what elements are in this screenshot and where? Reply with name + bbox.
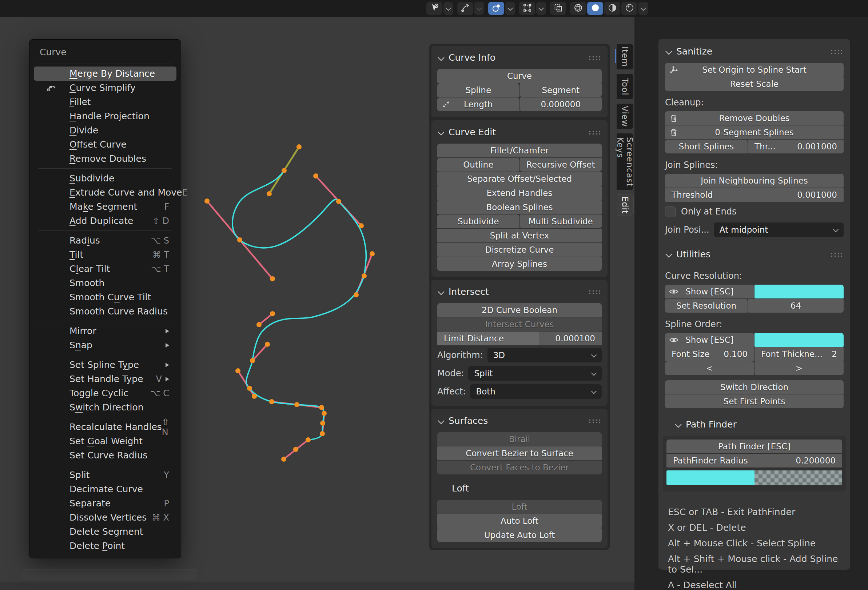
control-point-12[interactable] — [270, 311, 275, 316]
checkbox-only-at-ends[interactable]: Only at Ends — [665, 203, 844, 220]
button-birail[interactable]: Birail — [437, 432, 602, 446]
button-short-splines[interactable]: Short Splines — [665, 140, 748, 153]
button-reset-scale[interactable]: Reset Scale — [665, 77, 844, 91]
panel-header-utilities[interactable]: Utilities — [665, 247, 844, 261]
dropdown-join-posi[interactable]: At midpoint — [714, 222, 844, 237]
button-set-resolution[interactable]: Set Resolution — [665, 299, 748, 313]
control-point-5[interactable] — [270, 276, 275, 281]
button-segment[interactable]: Segment — [520, 83, 602, 97]
drag-grip-icon[interactable] — [588, 55, 602, 60]
button-boolean-splines[interactable]: Boolean Splines — [437, 200, 602, 214]
button-remove-doubles[interactable]: Remove Doubles — [665, 111, 844, 125]
slider-pathfinder-radius[interactable]: PathFinder Radius0.200000 — [666, 454, 842, 468]
drag-grip-icon[interactable] — [588, 418, 602, 423]
button-convert-faces-to-bezier[interactable]: Convert Faces to Bezier — [437, 461, 602, 474]
button-show-esc[interactable]: Show [ESC] — [665, 285, 754, 299]
control-point-10[interactable] — [362, 274, 367, 278]
control-point-18[interactable] — [252, 394, 257, 399]
slider-limit-distance[interactable]: Limit Distance0.000100 — [437, 331, 602, 345]
button-intersect-curves[interactable]: Intersect Curves — [437, 317, 602, 331]
button-path-finder-esc[interactable]: Path Finder [ESC] — [666, 440, 842, 453]
menu-item-subdivide[interactable]: Subdivide — [34, 171, 176, 185]
button-wireframe-shading[interactable] — [570, 2, 586, 15]
menu-item-set-goal-weight[interactable]: Set Goal Weight — [34, 434, 176, 448]
drag-grip-icon[interactable] — [830, 49, 844, 54]
menu-item-add-duplicate[interactable]: Add Duplicate⇧ D — [34, 214, 176, 228]
control-point-15[interactable] — [250, 358, 255, 363]
control-point-23[interactable] — [320, 421, 325, 426]
menu-item-decimate-curve[interactable]: Decimate Curve — [34, 482, 176, 496]
button-set-first-points[interactable]: Set First Points — [665, 394, 844, 408]
control-point-14[interactable] — [265, 342, 270, 347]
menu-item-smooth-curve-tilt[interactable]: Smooth Curve Tilt — [34, 290, 176, 304]
button-array-splines[interactable]: Array Splines — [437, 257, 602, 271]
button-curve-falloff[interactable] — [457, 2, 473, 15]
button-discretize-curve[interactable]: Discretize Curve — [437, 243, 602, 257]
subpanel-header-loft[interactable]: Loft — [447, 482, 602, 495]
button-split-at-vertex[interactable]: Split at Vertex — [437, 229, 602, 243]
operator-panel-collapsed[interactable] — [22, 569, 197, 580]
menu-item-set-curve-radius[interactable]: Set Curve Radius — [34, 448, 176, 462]
menu-item-mirror[interactable]: Mirror — [34, 324, 176, 338]
control-point-25[interactable] — [306, 437, 311, 443]
drag-grip-icon[interactable] — [588, 130, 602, 134]
control-point-21[interactable] — [319, 405, 324, 410]
menu-item-separate[interactable]: SeparateP — [34, 496, 176, 511]
menu-item-handle-projection[interactable]: Handle Projection — [34, 109, 176, 123]
button-rendered-shading[interactable] — [621, 2, 637, 15]
tab-tool[interactable]: Tool — [617, 74, 634, 100]
color-swatch[interactable] — [754, 333, 844, 347]
control-point-3[interactable] — [204, 199, 210, 204]
menu-item-recalculate-handles[interactable]: Recalculate Handles⇧ N — [34, 420, 176, 434]
tab-screencast-keys[interactable]: Screencast Keys — [617, 133, 634, 190]
checkbox-box[interactable] — [665, 206, 676, 217]
button-solid-shading[interactable] — [587, 2, 603, 15]
button-separate-offset-selected[interactable]: Separate Offset/Selected — [437, 172, 602, 186]
tab-item[interactable]: Item — [617, 44, 634, 70]
slider-threshold[interactable]: Threshold0.001000 — [665, 188, 844, 202]
menu-item-merge-by-distance[interactable]: Merge By Distance — [34, 66, 176, 81]
menu-item-delete-point[interactable]: Delete Point — [34, 539, 176, 553]
drag-grip-icon[interactable] — [588, 289, 602, 294]
panel-header-sanitize[interactable]: Sanitize — [665, 44, 844, 59]
control-point-6[interactable] — [313, 174, 318, 178]
menu-item-smooth-curve-radius[interactable]: Smooth Curve Radius — [34, 304, 176, 318]
control-point-24[interactable] — [320, 431, 325, 436]
menu-item-set-spline-type[interactable]: Set Spline Type — [34, 358, 176, 372]
menu-item-dissolve-vertices[interactable]: Dissolve Vertices⌘ X — [34, 511, 176, 525]
button-join-neighbouring-splines[interactable]: Join Neighbouring Splines — [665, 174, 844, 188]
button-spline[interactable]: Spline — [437, 83, 520, 97]
button-0-segment-splines[interactable]: 0-Segment Splines — [665, 125, 844, 139]
panel-header-curve-info[interactable]: Curve Info — [437, 50, 602, 65]
button-2d-curve-boolean[interactable]: 2D Curve Boolean — [437, 303, 602, 317]
chevron-down-icon[interactable] — [443, 2, 453, 15]
button-loft[interactable]: Loft — [437, 500, 602, 513]
menu-item-split[interactable]: SplitY — [34, 468, 176, 482]
control-point-17[interactable] — [247, 386, 252, 391]
slider-thr[interactable]: Thr...0.001000 — [748, 140, 844, 153]
dropdown-mode[interactable]: Split — [468, 366, 602, 381]
button-outline[interactable]: Outline — [437, 158, 520, 172]
control-point-16[interactable] — [235, 368, 241, 373]
button-tweak-tool[interactable] — [427, 2, 442, 15]
dropdown-affect[interactable]: Both — [470, 384, 602, 399]
drag-grip-icon[interactable] — [830, 252, 844, 257]
menu-item-extrude-curve-and-move[interactable]: Extrude Curve and MoveE — [34, 185, 176, 200]
menu-item-delete-segment[interactable]: Delete Segment — [34, 525, 176, 539]
panel-header-intersect[interactable]: Intersect — [437, 284, 602, 299]
menu-item-curve-simplify[interactable]: Curve Simplify — [34, 81, 176, 95]
tab-view[interactable]: View — [617, 103, 634, 129]
color-swatch[interactable] — [754, 285, 844, 299]
panel-header-surfaces[interactable]: Surfaces — [437, 413, 602, 428]
control-point-8[interactable] — [359, 223, 364, 228]
button-update-auto-loft[interactable]: Update Auto Loft — [437, 528, 602, 542]
slider-font-thickne[interactable]: Font Thickne...2 — [754, 347, 844, 361]
menu-item-set-handle-type[interactable]: Set Handle TypeV — [34, 372, 176, 386]
menu-item-tilt[interactable]: Tilt⌘ T — [34, 247, 176, 262]
button-show-esc[interactable]: Show [ESC] — [665, 333, 754, 347]
button-gizmo[interactable] — [519, 2, 535, 15]
control-point-22[interactable] — [322, 411, 327, 416]
menu-item-toggle-cyclic[interactable]: Toggle Cyclic⌥ C — [34, 386, 176, 400]
chevron-down-icon[interactable] — [474, 2, 484, 15]
button-auto-loft[interactable]: Auto Loft — [437, 514, 602, 528]
